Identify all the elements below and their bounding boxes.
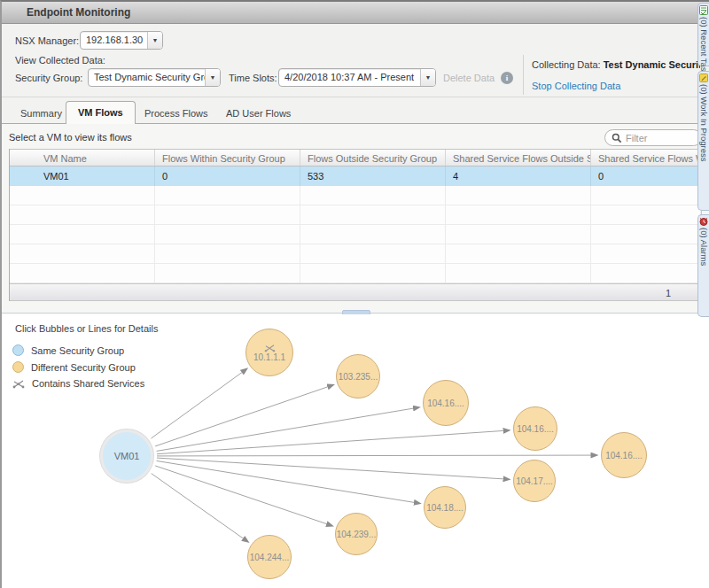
table-footer: 1 bbox=[10, 283, 701, 301]
flow-line[interactable] bbox=[157, 458, 503, 479]
security-group-dropdown[interactable]: Test Dynamic Security Gro ▼ bbox=[88, 68, 221, 87]
tab-process-flows[interactable]: Process Flows bbox=[133, 104, 220, 123]
toolbar-separator bbox=[2, 97, 709, 97]
bubble-label: 10.1.1.1 bbox=[253, 352, 285, 362]
flow-bubble[interactable]: 104.16.... bbox=[513, 406, 557, 451]
nsx-manager-label: NSX Manager: bbox=[15, 32, 79, 50]
tab-ad-user-flows[interactable]: AD User Flows bbox=[214, 104, 302, 123]
tab-summary[interactable]: Summary bbox=[9, 104, 74, 123]
time-slots-value: 4/20/2018 10:37 AM - Present bbox=[279, 69, 420, 86]
bubble-label: 104.239... bbox=[337, 530, 376, 539]
cell-flows-outside: 533 bbox=[300, 166, 446, 186]
cell-flows-within: 0 bbox=[155, 166, 300, 186]
collecting-data-label: Collecting Data: bbox=[532, 59, 601, 70]
stop-collecting-row: Stop Collecting Data bbox=[532, 79, 700, 93]
search-icon bbox=[612, 133, 622, 143]
row-count: 1 bbox=[666, 288, 671, 298]
empty-row bbox=[10, 225, 701, 244]
empty-row bbox=[10, 186, 701, 205]
stop-collecting-data-link[interactable]: Stop Collecting Data bbox=[532, 81, 620, 91]
bubble-label: VM01 bbox=[114, 452, 140, 461]
flow-bubble[interactable]: 104.18.... bbox=[424, 486, 466, 529]
vm-flows-table: VM Name Flows Within Security Group Flow… bbox=[9, 149, 702, 301]
side-tab-label: (0) Alarms bbox=[699, 228, 709, 266]
flow-line[interactable] bbox=[157, 408, 414, 451]
collecting-data-value: Test Dynamic Security Gr bbox=[604, 59, 700, 70]
empty-row bbox=[10, 205, 701, 225]
flow-bubble[interactable]: 104.16.... bbox=[601, 432, 647, 478]
bubble-label: 103.235... bbox=[339, 372, 378, 382]
chevron-down-icon[interactable]: ▼ bbox=[147, 32, 162, 49]
info-icon[interactable]: i bbox=[501, 72, 513, 84]
view-collected-data-label: View Collected Data: bbox=[15, 51, 105, 69]
collecting-data-status: Collecting Data: Test Dynamic Security G… bbox=[532, 58, 700, 72]
tab-vm-flows[interactable]: VM Flows bbox=[66, 101, 136, 124]
column-header-flows-outside[interactable]: Flows Outside Security Group bbox=[300, 150, 446, 166]
cell-vm-name: VM01 bbox=[10, 166, 155, 186]
alarms-icon bbox=[699, 217, 708, 226]
page-title: Endpoint Monitoring bbox=[27, 6, 130, 19]
window-titlebar: Endpoint Monitoring bbox=[2, 2, 709, 24]
side-tab-label: (0) Work In Progress bbox=[699, 84, 709, 161]
flow-line[interactable] bbox=[152, 372, 243, 438]
cell-shared-within: 0 bbox=[591, 166, 701, 186]
time-slots-label: Time Slots: bbox=[229, 69, 277, 87]
flow-bubble[interactable]: 104.17.... bbox=[513, 460, 556, 502]
flow-bubble[interactable]: 10.1.1.1 bbox=[245, 329, 293, 376]
work-in-progress-icon bbox=[699, 74, 708, 82]
vm-flows-panel: Select a VM to view its flows VM Name Fl… bbox=[2, 124, 709, 588]
shared-services-icon bbox=[264, 344, 276, 352]
side-tab-recent-tasks[interactable]: (0) Recent Tasks bbox=[697, 3, 709, 66]
bubble-label: 104.244... bbox=[250, 553, 289, 562]
column-header-vm-name[interactable]: VM Name bbox=[10, 150, 155, 166]
toolbar-divider bbox=[523, 55, 524, 95]
endpoint-monitoring-window: Endpoint Monitoring NSX Manager: 192.168… bbox=[0, 0, 709, 588]
chevron-down-icon[interactable]: ▼ bbox=[205, 69, 220, 86]
nsx-manager-value: 192.168.1.30 bbox=[81, 32, 147, 49]
chevron-down-icon[interactable]: ▼ bbox=[420, 69, 435, 86]
bubble-label: 104.16.... bbox=[517, 424, 554, 434]
bubble-label: 104.17.... bbox=[516, 476, 553, 486]
flow-line[interactable] bbox=[157, 455, 591, 456]
recent-tasks-icon bbox=[699, 5, 708, 15]
security-group-label: Security Group: bbox=[15, 69, 82, 87]
flow-bubble[interactable]: 104.244... bbox=[247, 535, 292, 579]
empty-row bbox=[10, 244, 701, 264]
tab-bar: Summary VM Flows Process Flows AD User F… bbox=[2, 101, 709, 124]
bubble-label: 104.16.... bbox=[605, 451, 643, 460]
table-header-row: VM Name Flows Within Security Group Flow… bbox=[10, 149, 701, 166]
column-header-shared-outside[interactable]: Shared Service Flows Outside Security bbox=[446, 150, 591, 166]
flow-bubble[interactable]: 104.16.... bbox=[423, 380, 469, 426]
time-slots-dropdown[interactable]: 4/20/2018 10:37 AM - Present ▼ bbox=[278, 68, 436, 87]
source-vm-bubble[interactable]: VM01 bbox=[100, 429, 153, 483]
column-header-shared-within[interactable]: Shared Service Flows Within Sec bbox=[591, 150, 701, 166]
select-vm-caption: Select a VM to view its flows bbox=[9, 132, 132, 143]
delete-data-button[interactable]: Delete Data bbox=[443, 69, 495, 87]
flow-line[interactable] bbox=[152, 474, 244, 539]
flow-bubble-chart: Click Bubbles or Lines for Details Same … bbox=[2, 314, 709, 588]
flow-line[interactable] bbox=[157, 460, 415, 502]
nsx-manager-dropdown[interactable]: 192.168.1.30 ▼ bbox=[80, 31, 163, 50]
bubble-label: 104.16.... bbox=[427, 398, 464, 408]
flow-bubble[interactable]: 104.239... bbox=[335, 513, 378, 555]
security-group-value: Test Dynamic Security Gro bbox=[89, 69, 205, 86]
table-row-vm01[interactable]: VM01 0 533 4 0 bbox=[10, 166, 701, 186]
column-header-flows-within[interactable]: Flows Within Security Group bbox=[155, 150, 300, 166]
filter-input[interactable] bbox=[626, 133, 688, 143]
empty-row bbox=[10, 264, 701, 283]
cell-shared-outside: 4 bbox=[446, 166, 591, 186]
side-tab-work-in-progress[interactable]: (0) Work In Progress bbox=[697, 71, 709, 211]
flow-bubble[interactable]: 103.235... bbox=[336, 354, 380, 398]
filter-box[interactable] bbox=[604, 129, 702, 146]
bubble-label: 104.18.... bbox=[426, 503, 464, 513]
side-tab-alarms[interactable]: (0) Alarms bbox=[697, 214, 709, 317]
